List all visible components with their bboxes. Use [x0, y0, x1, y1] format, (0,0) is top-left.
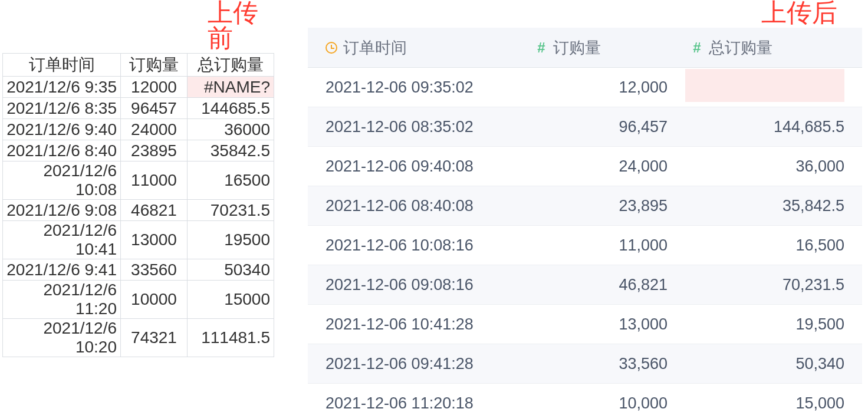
table-row: 2021/12/6 11:201000015000 [3, 281, 274, 319]
table-row: 2021-12-06 08:40:0823,89535,842.5 [308, 186, 862, 226]
dt-header-qty-label: 订购量 [553, 37, 601, 58]
spreadsheet-grid: 订单时间 订购量 总订购量 2021/12/6 9:3512000#NAME?2… [2, 53, 274, 357]
cell-qty[interactable]: 24000 [121, 119, 188, 140]
cell-total[interactable]: 70231.5 [188, 200, 274, 221]
error-cell [685, 69, 844, 102]
table-row: 2021-12-06 09:41:2833,56050,340 [308, 344, 862, 384]
table-row: 2021-12-06 09:08:1646,82170,231.5 [308, 265, 862, 305]
cell-qty[interactable]: 11,000 [530, 236, 685, 255]
cell-qty[interactable]: 33,560 [530, 355, 685, 373]
table-row: 2021/12/6 9:413356050340 [3, 259, 274, 281]
cell-total[interactable]: 15000 [188, 281, 274, 319]
table-row: 2021/12/6 10:2074321111481.5 [3, 319, 274, 357]
cell-total[interactable]: 36,000 [685, 157, 862, 176]
sheet-header-total[interactable]: 总订购量 [188, 54, 274, 77]
data-table: 订单时间 # 订购量 # 总订购量 2021-12-06 09:35:0212,… [308, 28, 862, 412]
cell-time[interactable]: 2021/12/6 10:41 [3, 221, 121, 259]
after-upload-pane: 上传后 订单时间 # 订购量 # 总订购量 2021-12-06 09:35:0… [277, 0, 868, 412]
sheet-header-row: 订单时间 订购量 总订购量 [3, 54, 274, 77]
cell-total[interactable]: 16500 [188, 161, 274, 200]
cell-total[interactable]: 111481.5 [188, 319, 274, 357]
cell-qty[interactable]: 12000 [121, 77, 188, 98]
cell-time[interactable]: 2021/12/6 9:41 [3, 259, 121, 281]
cell-qty[interactable]: 23,895 [530, 197, 685, 215]
cell-qty[interactable]: 74321 [121, 319, 188, 357]
label-after-upload: 上传后 [761, 0, 837, 25]
cell-qty[interactable]: 96457 [121, 98, 188, 119]
cell-total[interactable]: 19,500 [685, 315, 862, 334]
cell-qty[interactable]: 12,000 [530, 78, 685, 97]
table-row: 2021/12/6 10:081100016500 [3, 161, 274, 200]
cell-time[interactable]: 2021/12/6 9:08 [3, 200, 121, 221]
sheet-header-qty[interactable]: 订购量 [121, 54, 188, 77]
cell-qty[interactable]: 33560 [121, 259, 188, 281]
cell-qty[interactable]: 96,457 [530, 118, 685, 136]
cell-time[interactable]: 2021-12-06 08:35:02 [308, 118, 530, 136]
hash-icon: # [691, 42, 703, 54]
table-row: 2021/12/6 8:3596457144685.5 [3, 98, 274, 119]
table-row: 2021-12-06 10:41:2813,00019,500 [308, 305, 862, 344]
cell-qty[interactable]: 11000 [121, 161, 188, 200]
cell-total[interactable]: 36000 [188, 119, 274, 140]
dt-header-total[interactable]: # 总订购量 [685, 37, 862, 58]
cell-qty[interactable]: 13000 [121, 221, 188, 259]
cell-total[interactable]: 15,000 [685, 394, 862, 413]
cell-total[interactable]: 144685.5 [188, 98, 274, 119]
label-before-upload: 上传前 [208, 0, 277, 51]
cell-time[interactable]: 2021-12-06 09:41:28 [308, 355, 530, 373]
cell-qty[interactable]: 13,000 [530, 315, 685, 334]
dt-header-qty[interactable]: # 订购量 [530, 37, 685, 58]
table-row: 2021/12/6 10:411300019500 [3, 221, 274, 259]
data-table-header: 订单时间 # 订购量 # 总订购量 [308, 28, 862, 68]
cell-time[interactable]: 2021/12/6 9:35 [3, 77, 121, 98]
cell-total[interactable]: 70,231.5 [685, 276, 862, 294]
hash-icon: # [535, 42, 547, 54]
dt-header-total-label: 总订购量 [709, 37, 772, 58]
cell-time[interactable]: 2021-12-06 11:20:18 [308, 394, 530, 413]
table-row: 2021-12-06 09:35:0212,000 [308, 68, 862, 107]
cell-time[interactable]: 2021/12/6 8:35 [3, 98, 121, 119]
cell-time[interactable]: 2021/12/6 9:40 [3, 119, 121, 140]
cell-total[interactable]: 35,842.5 [685, 197, 862, 215]
cell-total[interactable]: #NAME? [188, 77, 274, 98]
table-row: 2021-12-06 09:40:0824,00036,000 [308, 147, 862, 186]
cell-total[interactable]: 50,340 [685, 355, 862, 373]
table-row: 2021/12/6 9:3512000#NAME? [3, 77, 274, 98]
table-row: 2021/12/6 8:402389535842.5 [3, 140, 274, 161]
dt-header-time[interactable]: 订单时间 [308, 37, 530, 58]
table-row: 2021-12-06 08:35:0296,457144,685.5 [308, 107, 862, 147]
cell-time[interactable]: 2021/12/6 10:08 [3, 161, 121, 200]
dt-header-time-label: 订单时间 [343, 37, 407, 58]
cell-total[interactable] [685, 69, 862, 106]
cell-time[interactable]: 2021-12-06 09:35:02 [308, 78, 530, 97]
cell-total[interactable]: 19500 [188, 221, 274, 259]
cell-qty[interactable]: 23895 [121, 140, 188, 161]
cell-time[interactable]: 2021/12/6 11:20 [3, 281, 121, 319]
cell-total[interactable]: 16,500 [685, 236, 862, 255]
table-row: 2021/12/6 9:402400036000 [3, 119, 274, 140]
clock-icon [326, 42, 337, 54]
cell-qty[interactable]: 46821 [121, 200, 188, 221]
sheet-header-time[interactable]: 订单时间 [3, 54, 121, 77]
cell-time[interactable]: 2021/12/6 8:40 [3, 140, 121, 161]
table-row: 2021-12-06 11:20:1810,00015,000 [308, 384, 862, 412]
table-row: 2021/12/6 9:084682170231.5 [3, 200, 274, 221]
cell-time[interactable]: 2021-12-06 10:41:28 [308, 315, 530, 334]
cell-qty[interactable]: 24,000 [530, 157, 685, 176]
cell-qty[interactable]: 10,000 [530, 394, 685, 413]
table-row: 2021-12-06 10:08:1611,00016,500 [308, 226, 862, 265]
before-upload-pane: 上传前 订单时间 订购量 总订购量 2021/12/6 9:3512000#NA… [0, 0, 277, 412]
cell-total[interactable]: 35842.5 [188, 140, 274, 161]
cell-qty[interactable]: 46,821 [530, 276, 685, 294]
cell-total[interactable]: 50340 [188, 259, 274, 281]
cell-time[interactable]: 2021-12-06 10:08:16 [308, 236, 530, 255]
cell-total[interactable]: 144,685.5 [685, 118, 862, 136]
cell-time[interactable]: 2021-12-06 09:40:08 [308, 157, 530, 176]
cell-time[interactable]: 2021/12/6 10:20 [3, 319, 121, 357]
cell-qty[interactable]: 10000 [121, 281, 188, 319]
cell-time[interactable]: 2021-12-06 08:40:08 [308, 197, 530, 215]
cell-time[interactable]: 2021-12-06 09:08:16 [308, 276, 530, 294]
